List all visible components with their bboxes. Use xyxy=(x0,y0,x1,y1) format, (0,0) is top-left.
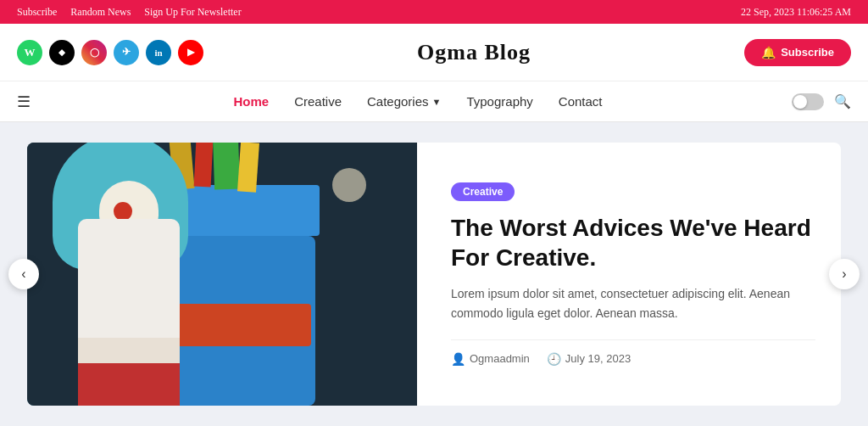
hero-image xyxy=(27,143,417,406)
dark-mode-toggle[interactable] xyxy=(792,93,824,110)
meta-author: 👤 Ogmaadmin xyxy=(451,352,530,366)
search-icon[interactable]: 🔍 xyxy=(834,93,851,109)
girl-shorts xyxy=(78,363,180,406)
nav-center: Home Creative Categories ▼ Typography Co… xyxy=(233,94,602,109)
hero-title: The Worst Advices We've Heard For Creati… xyxy=(451,213,815,272)
meta-date: 🕘 July 19, 2023 xyxy=(547,352,631,366)
nav-left: ☰ xyxy=(17,92,44,111)
chevron-right-icon: › xyxy=(842,266,846,282)
hero-excerpt: Lorem ipsum dolor sit amet, consectetuer… xyxy=(451,284,815,322)
nav-item-creative[interactable]: Creative xyxy=(294,94,342,109)
hamburger-icon[interactable]: ☰ xyxy=(17,92,31,111)
subscribe-link[interactable]: Subscribe xyxy=(17,6,57,19)
carousel-prev-button[interactable]: ‹ xyxy=(8,259,39,289)
datetime: 22 Sep, 2023 11:06:25 AM xyxy=(741,6,851,19)
post-date: July 19, 2023 xyxy=(565,352,631,365)
telegram-icon[interactable]: ✈ xyxy=(114,40,139,65)
book3 xyxy=(213,143,240,190)
youtube-icon[interactable]: ▶ xyxy=(178,40,203,65)
toggle-knob xyxy=(793,95,807,109)
chevron-down-icon: ▼ xyxy=(432,97,442,107)
whatsapp-icon[interactable]: W xyxy=(17,40,42,65)
author-icon: 👤 xyxy=(451,352,465,366)
linkedin-icon[interactable]: in xyxy=(146,40,171,65)
header: W ◆ ◯ ✈ in ▶ Ogma Blog 🔔 Subscribe xyxy=(0,24,868,81)
moon-decoration xyxy=(332,168,366,202)
instagram-icon[interactable]: ◯ xyxy=(81,40,107,65)
nav-item-categories[interactable]: Categories ▼ xyxy=(367,94,441,109)
painting xyxy=(27,143,417,406)
categories-label: Categories xyxy=(367,94,429,109)
subscribe-button[interactable]: 🔔 Subscribe xyxy=(744,39,851,66)
newsletter-link[interactable]: Sign Up For Newsletter xyxy=(144,6,241,19)
carousel-next-button[interactable]: › xyxy=(829,259,860,289)
clock-icon: 🕘 xyxy=(547,352,561,366)
random-news-link[interactable]: Random News xyxy=(70,6,131,19)
site-title: Ogma Blog xyxy=(417,40,531,65)
author-name: Ogmaadmin xyxy=(470,352,530,365)
tiktok-icon[interactable]: ◆ xyxy=(49,40,75,65)
carousel-container: Creative The Worst Advices We've Heard F… xyxy=(27,143,841,406)
bell-icon: 🔔 xyxy=(761,46,776,59)
nav-item-contact[interactable]: Contact xyxy=(559,94,603,109)
nav-right: 🔍 xyxy=(792,93,851,110)
girl-eye xyxy=(114,202,132,221)
hero-meta: 👤 Ogmaadmin 🕘 July 19, 2023 xyxy=(451,339,815,366)
hero-content: Creative The Worst Advices We've Heard F… xyxy=(442,157,841,391)
cart-drawer xyxy=(167,304,311,346)
book2 xyxy=(194,143,214,187)
nav-bar: ☰ Home Creative Categories ▼ Typography … xyxy=(0,81,868,122)
subscribe-label: Subscribe xyxy=(781,46,834,59)
top-bar: Subscribe Random News Sign Up For Newsle… xyxy=(0,0,868,24)
book4 xyxy=(237,143,259,193)
chevron-left-icon: ‹ xyxy=(21,266,25,282)
category-badge[interactable]: Creative xyxy=(451,182,515,201)
nav-item-typography[interactable]: Typography xyxy=(466,94,532,109)
social-icons: W ◆ ◯ ✈ in ▶ xyxy=(17,40,203,65)
top-bar-links: Subscribe Random News Sign Up For Newsle… xyxy=(17,6,242,19)
hero-section: ‹ Creative The xyxy=(0,122,868,426)
nav-item-home[interactable]: Home xyxy=(233,94,269,109)
